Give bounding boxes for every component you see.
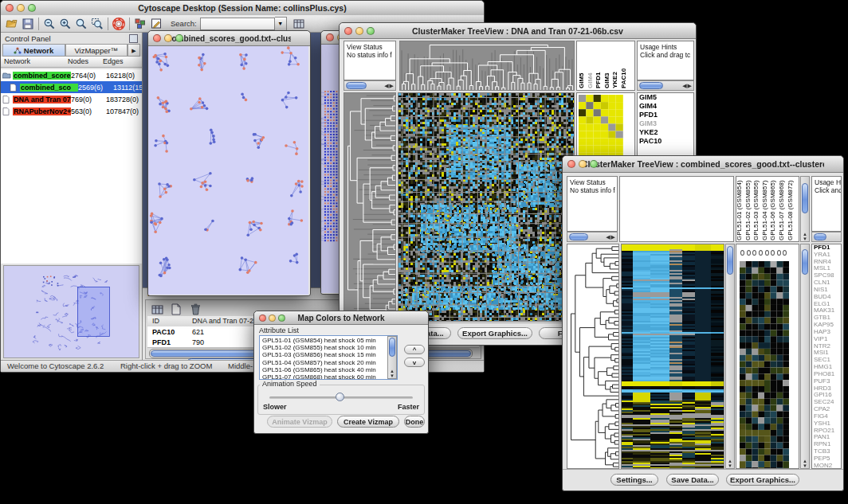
- zoom-button[interactable]: [278, 315, 285, 322]
- attribute-list-item[interactable]: GPL51-02 (GSM855) heat shock 10 min: [260, 344, 387, 351]
- zoom-in-icon[interactable]: [57, 16, 73, 31]
- dialog-titlebar[interactable]: Map Colors to Network: [254, 311, 428, 325]
- gene-label: GIM5: [638, 93, 693, 102]
- open-folder-icon[interactable]: [4, 16, 20, 31]
- close-button[interactable]: [344, 27, 352, 35]
- scrollbar-thumb[interactable]: [346, 82, 367, 89]
- zoom-fit-icon[interactable]: [73, 16, 89, 31]
- attribute-list-item[interactable]: GPL51-06 (GSM865) heat shock 40 min: [260, 366, 387, 373]
- animation-speed-slider[interactable]: [269, 397, 413, 399]
- search-input[interactable]: [200, 18, 275, 30]
- column-marker: [771, 250, 775, 256]
- global-heatmap-canvas[interactable]: [622, 244, 724, 468]
- zoom-heatmap-canvas[interactable]: [579, 95, 623, 160]
- close-button[interactable]: [6, 4, 14, 12]
- scrollbar-thumb[interactable]: [802, 249, 808, 275]
- row-dendrogram-canvas[interactable]: [567, 244, 618, 468]
- column-label: GIM4: [587, 72, 594, 88]
- zoom-heatmap-canvas[interactable]: [740, 261, 789, 469]
- column-dendrogram-panel[interactable]: [619, 176, 734, 242]
- zoom-button[interactable]: [367, 27, 375, 35]
- treeview1-column-labels: GIM5GIM4PFD1GIM3YKE2PAC10: [576, 41, 635, 91]
- gene-label: KAP95: [812, 322, 841, 329]
- scrollbar-thumb[interactable]: [389, 338, 395, 357]
- scrollbar-thumb[interactable]: [639, 82, 663, 89]
- horizontal-scrollbar[interactable]: ◀▶: [344, 80, 396, 91]
- minimize-button[interactable]: [17, 4, 25, 12]
- gene-label: YRA1: [812, 252, 841, 259]
- zoom-out-icon[interactable]: [41, 16, 57, 31]
- minimize-button[interactable]: [269, 315, 276, 322]
- network-list-row[interactable]: DNA and Tran 07769(0)183728(0): [1, 93, 142, 105]
- network-list-row[interactable]: combined_scores2764(0)16218(0): [1, 69, 142, 81]
- treeview1-title: ClusterMaker TreeView : DNA and Tran 07-…: [359, 26, 677, 36]
- minimize-button[interactable]: [164, 34, 172, 42]
- network-canvas[interactable]: [148, 46, 308, 295]
- vertical-scrollbar[interactable]: ▲▼: [800, 176, 810, 242]
- treeview-action-button[interactable]: Save Data...: [666, 474, 719, 486]
- minimize-button[interactable]: [579, 160, 587, 168]
- vizmap-icon[interactable]: [132, 16, 148, 31]
- gene-label: PFD1: [812, 244, 841, 252]
- close-button[interactable]: [259, 315, 266, 322]
- view-status-heading: View Status: [347, 43, 383, 51]
- dialog-button[interactable]: Animate Vizmap: [267, 416, 332, 428]
- close-button[interactable]: [153, 34, 161, 42]
- attribute-list-item[interactable]: GPL51-01 (GSM854) heat shock 05 min: [260, 337, 387, 344]
- treeview2-titlebar[interactable]: ClusterMaker TreeView : combined_scores_…: [563, 156, 843, 173]
- network-list-row[interactable]: combined_sco2569(6)13112(15): [1, 81, 142, 93]
- attribute-table-icon[interactable]: [149, 302, 165, 317]
- gene-label: GPI16: [812, 392, 841, 399]
- vertical-scrollbar[interactable]: ▲▼: [800, 244, 810, 469]
- save-icon[interactable]: [20, 16, 36, 31]
- slider-thumb[interactable]: [336, 393, 344, 401]
- import-table-icon[interactable]: [291, 16, 307, 31]
- global-heatmap-canvas[interactable]: [398, 93, 574, 321]
- tab-overflow-arrow[interactable]: ▶: [128, 44, 140, 57]
- network-overview-canvas[interactable]: [4, 266, 138, 356]
- treeview-action-button[interactable]: Export Graphics...: [726, 474, 799, 486]
- minimize-button[interactable]: [355, 27, 363, 35]
- attribute-list-item[interactable]: GPL51-03 (GSM856) heat shock 15 min: [260, 351, 387, 358]
- scrollbar-thumb[interactable]: [727, 246, 733, 275]
- treeview-action-button[interactable]: Settings...: [610, 474, 658, 486]
- attribute-list-item[interactable]: GPL51-07 (GSM868) heat shock 60 min: [260, 373, 387, 380]
- zoom-button[interactable]: [590, 160, 598, 168]
- move-down-button[interactable]: v: [404, 357, 425, 367]
- network-edges-count: 183728(0): [106, 96, 142, 104]
- row-dendrogram-canvas[interactable]: [344, 93, 395, 321]
- attribute-list-item[interactable]: GPL51-04 (GSM857) heat shock 20 min: [260, 359, 387, 366]
- new-page-icon[interactable]: [168, 302, 184, 317]
- main-titlebar[interactable]: Cytoscape Desktop (Session Name: collins…: [1, 1, 484, 16]
- network-table-header[interactable]: Network Nodes Edges: [1, 57, 142, 68]
- vertical-scrollbar[interactable]: ▲▼: [725, 244, 735, 469]
- horizontal-scrollbar[interactable]: ◀▶: [567, 232, 618, 242]
- help-lifebuoy-icon[interactable]: [111, 16, 127, 31]
- dialog-button[interactable]: Create Vizmap: [337, 416, 399, 428]
- zoom-button[interactable]: [175, 34, 183, 42]
- tab-network[interactable]: Network: [2, 44, 65, 57]
- dialog-button[interactable]: Done: [404, 416, 425, 428]
- tab-vizmapper[interactable]: VizMapper™: [65, 44, 128, 57]
- horizontal-scrollbar[interactable]: [811, 232, 842, 242]
- scrollbar-thumb[interactable]: [802, 183, 808, 213]
- trash-icon[interactable]: [187, 302, 203, 317]
- treeview-action-button[interactable]: Export Graphics...: [457, 327, 532, 339]
- network-titlebar[interactable]: combined_scores_good.txt--cluste...: [148, 31, 310, 46]
- annotation-icon[interactable]: [148, 16, 164, 31]
- gene-label: YSH1: [812, 420, 841, 428]
- zoom-region-icon[interactable]: [89, 16, 105, 31]
- vertical-scrollbar[interactable]: ▲▼: [387, 336, 397, 379]
- treeview1-titlebar[interactable]: ClusterMaker TreeView : DNA and Tran 07-…: [340, 23, 696, 39]
- move-up-button[interactable]: ^: [404, 345, 425, 354]
- horizontal-scrollbar[interactable]: ◀▶: [637, 80, 694, 91]
- zoom-button[interactable]: [28, 4, 36, 12]
- column-dendrogram-canvas[interactable]: [400, 41, 574, 90]
- scrollbar-thumb[interactable]: [814, 233, 826, 240]
- scrollbar-thumb[interactable]: [569, 233, 588, 240]
- float-panel-icon[interactable]: [129, 34, 138, 43]
- network-list-row[interactable]: RNAPuberNov2+563(0)107847(0): [1, 105, 142, 117]
- search-dropdown-arrow[interactable]: ▼: [275, 17, 287, 31]
- close-button[interactable]: [567, 160, 575, 168]
- close-button[interactable]: [326, 33, 334, 41]
